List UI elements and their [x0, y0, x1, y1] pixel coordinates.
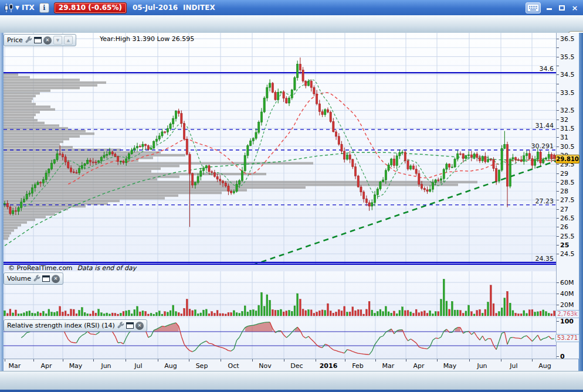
time-axis-tick: [375, 359, 376, 362]
wrench-icon[interactable]: [33, 275, 40, 282]
axis-tick: [557, 245, 559, 246]
chart-toolbar: 10000 units ▼ ▲ ▼ (x) days ▼: [0, 15, 583, 33]
axis-tick: [557, 74, 559, 75]
price-axis-label: 28.5: [560, 179, 575, 186]
axis-tick: [557, 227, 559, 227]
time-axis-label: Mar: [9, 362, 21, 370]
axis-tick: [557, 200, 559, 200]
volume-axis-label: 20M: [560, 301, 574, 309]
close-button[interactable]: ×: [570, 4, 579, 12]
axis-tick: [557, 182, 559, 183]
title-bar: ▼ ITX i 29.810 (-0.65%) 05-Jul-2016 INDI…: [0, 0, 583, 16]
last-volume-axis-badge: 2,763k: [555, 310, 579, 318]
price-axis-label: 32.5: [560, 107, 575, 114]
year-high-low-label: Year:High 31.390 Low 26.595: [100, 35, 194, 43]
time-axis-tick: [221, 359, 221, 362]
instrument-info-button[interactable]: i: [39, 3, 49, 13]
time-axis-tick: [437, 359, 438, 362]
time-axis-tick: [158, 359, 158, 362]
axis-tick: [557, 236, 559, 237]
axis-tick: [557, 164, 559, 165]
level-price-label: 27.23: [535, 197, 554, 205]
axis-tick: [557, 110, 559, 111]
price-gridlines: [4, 33, 556, 264]
window-bottom-edge: [0, 390, 583, 392]
move-panel-up-icon[interactable]: ▲: [64, 36, 73, 45]
time-axis-label: Apr: [40, 362, 52, 370]
wrench-icon[interactable]: [25, 36, 32, 44]
time-axis-tick: [63, 359, 63, 362]
time-axis-tick: [316, 359, 316, 362]
axis-tick: [557, 84, 559, 84]
vertical-scrollbar[interactable]: [578, 33, 583, 371]
maximize-button[interactable]: [557, 4, 567, 12]
price-axis-label: 31: [560, 134, 568, 141]
detach-window-icon[interactable]: [42, 275, 50, 282]
time-axis-label: Jul: [510, 362, 517, 370]
price-axis-label: 32: [560, 116, 568, 124]
rsi-panel-title: Relative strength index (RSI) (14): [7, 322, 115, 329]
price-axis-label: 34.5: [560, 71, 575, 79]
move-panel-down-icon[interactable]: ▼: [53, 36, 62, 45]
axis-tick: [557, 66, 559, 66]
time-axis-label: May: [443, 362, 457, 370]
axis-tick: [557, 137, 559, 138]
symbol-dropdown-caret[interactable]: ▼: [15, 5, 19, 11]
price-axis-label: 27.5: [560, 196, 575, 204]
prorealtime-window: ▼ ITX i 29.810 (-0.65%) 05-Jul-2016 INDI…: [0, 0, 583, 392]
time-axis-label: May: [69, 362, 83, 370]
time-axis-label: Jul: [134, 362, 142, 370]
close-panel-icon[interactable]: ✕: [52, 275, 60, 283]
price-axis-label: 36.5: [560, 35, 575, 43]
time-axis-tick: [532, 359, 533, 362]
volume-panel-title: Volume: [7, 275, 31, 282]
axis-tick: [557, 173, 559, 174]
time-axis-tick: [252, 359, 253, 362]
time-axis-tick: [33, 359, 34, 362]
last-price-axis-badge: 29.810: [555, 155, 579, 163]
time-axis[interactable]: MarAprMayJunJulAugSepOctNovDec2016FebMar…: [4, 359, 578, 371]
time-axis-tick: [284, 359, 284, 362]
price-axis-label: 33.5: [560, 89, 575, 97]
time-axis-tick: [501, 359, 501, 362]
level-price-label: 31.44: [535, 122, 554, 129]
volume-gridlines: [4, 271, 556, 318]
time-axis-tick: [406, 359, 406, 362]
axis-tick: [557, 146, 559, 147]
time-axis-tick: [5, 359, 5, 362]
time-axis-label: 2016: [320, 362, 338, 370]
rsi-axis-label: 100: [560, 318, 574, 325]
detach-window-icon[interactable]: [126, 322, 134, 329]
quote-date-label: 05-Jul-2016: [133, 4, 178, 12]
axis-tick: [557, 39, 559, 39]
axis-tick: [557, 282, 559, 283]
price-axis-label: 26: [560, 223, 568, 231]
volume-bars: [4, 279, 555, 316]
time-axis-label: Apr: [413, 362, 424, 370]
close-panel-icon[interactable]: ✕: [43, 36, 52, 45]
axis-tick: [557, 101, 559, 102]
volume-canvas[interactable]: [4, 271, 556, 318]
minimize-button[interactable]: [544, 4, 554, 12]
keyboard-shortcuts-button[interactable]: [526, 2, 541, 13]
volume-panel-header: Volume ✕: [4, 272, 63, 285]
time-axis-tick: [189, 359, 189, 362]
time-axis-tick: [126, 359, 126, 362]
axis-tick: [557, 209, 559, 210]
detach-window-icon[interactable]: [34, 37, 42, 43]
axis-tick: [557, 254, 559, 254]
axis-tick: [557, 321, 559, 322]
price-axis-label: 27: [560, 206, 568, 213]
price-axis-label: 30.5: [560, 143, 575, 151]
price-axis-label: 26.5: [560, 214, 575, 222]
candlestick-chart-icon: [4, 4, 14, 12]
time-axis-label: Oct: [228, 362, 239, 370]
axis-tick: [557, 120, 559, 120]
level-price-label: 34.6: [540, 65, 554, 73]
wrench-icon[interactable]: [117, 322, 124, 329]
close-panel-icon[interactable]: ✕: [135, 322, 144, 330]
price-chart-canvas[interactable]: 34.631.4430.29127.2324.35: [4, 33, 556, 264]
price-axis-label: 25: [560, 241, 569, 249]
time-axis-label: Sep: [196, 362, 208, 370]
copyright-bar: © ProRealTime.com Data is end of day: [4, 264, 556, 271]
